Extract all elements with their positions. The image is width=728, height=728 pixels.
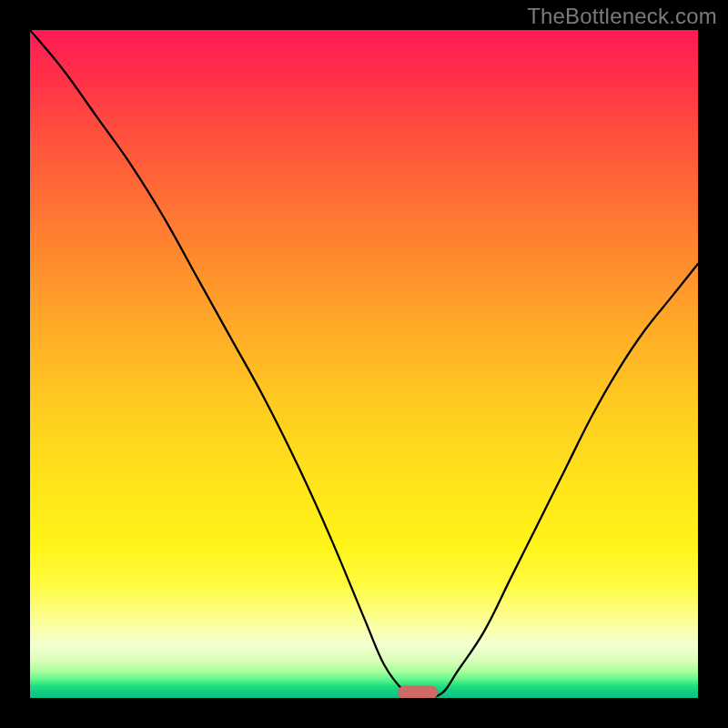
watermark-text: TheBottleneck.com bbox=[527, 4, 717, 29]
plot-area bbox=[30, 30, 698, 698]
chart-container: TheBottleneck.com bbox=[0, 0, 728, 728]
curve-layer bbox=[30, 30, 698, 698]
bottleneck-curve bbox=[30, 30, 698, 698]
optimal-marker bbox=[398, 686, 438, 699]
